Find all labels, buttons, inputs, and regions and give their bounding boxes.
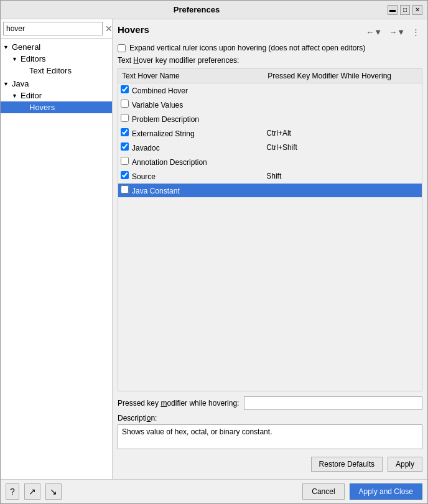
table-cell-key: Shift [264,169,422,184]
search-input[interactable] [3,22,103,35]
title-bar: Preferences ▬ □ ✕ [1,1,427,19]
table-cell-name: Variable Values [118,98,264,112]
row-name-java-constant: Java Constant [132,187,180,195]
table-row[interactable]: Java Constant [118,184,422,198]
table-cell-key [264,112,422,126]
col-header-key: Pressed Key Modifier While Hovering [264,69,422,83]
expand-icon-hovers [21,105,29,111]
modifier-row: Pressed key modifier while hovering: [118,396,422,410]
table-cell-key [264,184,422,198]
sidebar-item-text-editors[interactable]: Text Editors [1,65,112,77]
close-button[interactable]: ✕ [412,5,422,15]
preferences-window: Preferences ▬ □ ✕ ✕ ▼ General ▼ [0,0,428,504]
export-preferences-button[interactable]: ↗ [24,483,40,500]
modifier-label: Pressed key modifier while hovering: [118,399,239,408]
hover-key-text: Text Hover key modifier preferences: [118,56,422,65]
table-cell-name: Externalized String [118,126,264,141]
col-header-name: Text Hover Name [118,69,264,83]
help-button[interactable]: ? [6,483,19,500]
row-checkbox-source[interactable] [121,171,129,179]
panel-header-row: Hovers ←▼ →▼ ⋮ [118,24,422,40]
maximize-button[interactable]: □ [400,5,410,15]
expand-icon-text-editors [21,68,29,74]
table-cell-name: Javadoc [118,141,264,155]
panel-title: Hovers [118,24,149,35]
table-cell-name: Annotation Description [118,155,264,169]
row-checkbox-combined[interactable] [121,85,129,93]
row-name-source: Source [132,172,156,181]
expand-ruler-checkbox[interactable] [118,44,126,52]
bottom-buttons: Restore Defaults Apply [118,454,422,474]
expand-icon-editor: ▼ [12,93,21,99]
expand-icon-general: ▼ [3,44,12,50]
sidebar-item-java[interactable]: ▼ Java [1,78,112,90]
title-bar-buttons: ▬ □ ✕ [388,5,422,15]
table-cell-key [264,83,422,98]
table-cell-key: Ctrl+Shift [264,141,422,155]
row-name-problem: Problem Description [132,115,199,124]
table-cell-name: Source [118,169,264,184]
table-row[interactable]: JavadocCtrl+Shift [118,141,422,155]
table-row[interactable]: Problem Description [118,112,422,126]
row-checkbox-variable[interactable] [121,100,129,108]
table-cell-name: Java Constant [118,184,264,198]
expand-icon-editors: ▼ [12,56,21,62]
row-name-externalized: Externalized String [132,129,195,138]
sidebar-item-editors[interactable]: ▼ Editors [1,53,112,65]
sidebar-item-hovers[interactable]: Hovers [1,101,112,113]
right-panel: Hovers ←▼ →▼ ⋮ Expand vertical ruler ico… [113,19,427,479]
table-cell-key: Ctrl+Alt [264,126,422,141]
row-checkbox-externalized[interactable] [121,128,129,136]
hover-table: Text Hover Name Pressed Key Modifier Whi… [118,69,422,198]
table-cell-name: Combined Hover [118,83,264,98]
table-row[interactable]: Variable Values [118,98,422,112]
table-cell-key [264,155,422,169]
sidebar-item-label-editors: Editors [21,54,45,63]
row-name-annotation: Annotation Description [132,158,207,167]
table-cell-name: Problem Description [118,112,264,126]
row-checkbox-annotation[interactable] [121,157,129,165]
tree: ▼ General ▼ Editors Text Editors ▼ Java [1,39,112,479]
row-name-combined: Combined Hover [132,86,188,95]
back-button[interactable]: ←▼ [363,26,384,39]
row-checkbox-javadoc[interactable] [121,142,129,151]
sidebar-item-label-text-editors: Text Editors [29,66,72,75]
import-preferences-button[interactable]: ↘ [45,483,62,500]
table-row[interactable]: Externalized StringCtrl+Alt [118,126,422,141]
sidebar-item-label-editor: Editor [21,91,42,100]
more-button[interactable]: ⋮ [409,26,422,39]
hover-table-wrapper[interactable]: Text Hover Name Pressed Key Modifier Whi… [118,68,422,391]
cancel-button[interactable]: Cancel [302,483,344,500]
table-row[interactable]: Annotation Description [118,155,422,169]
footer-right: Cancel Apply and Close [302,483,422,500]
sidebar-item-general[interactable]: ▼ General [1,41,112,53]
panel-header-icons: ←▼ →▼ ⋮ [363,26,422,39]
minimize-button[interactable]: ▬ [388,5,398,15]
sidebar-item-editor[interactable]: ▼ Editor [1,90,112,101]
restore-defaults-button[interactable]: Restore Defaults [311,457,383,472]
sidebar-item-label-hovers: Hovers [29,103,55,112]
sidebar: ✕ ▼ General ▼ Editors Text Editors [1,19,113,479]
apply-and-close-button[interactable]: Apply and Close [350,483,422,500]
expand-icon-java: ▼ [3,81,12,87]
table-row[interactable]: SourceShift [118,169,422,184]
table-row[interactable]: Combined Hover [118,83,422,98]
expand-ruler-label: Expand vertical ruler icons upon hoverin… [129,44,365,52]
apply-button[interactable]: Apply [388,457,422,472]
expand-ruler-row: Expand vertical ruler icons upon hoverin… [118,44,422,52]
table-cell-key [264,98,422,112]
row-name-javadoc: Javadoc [132,144,160,152]
footer-left: ? ↗ ↘ [6,483,62,500]
search-bar: ✕ [1,19,112,39]
row-name-variable: Variable Values [132,101,183,110]
sidebar-item-label-general: General [12,42,40,52]
row-checkbox-problem[interactable] [121,114,129,122]
sidebar-item-label-java: Java [12,79,29,88]
description-section: Description: Shows value of hex, octal, … [118,414,422,449]
row-checkbox-java-constant[interactable] [121,185,129,194]
description-label: Description: [118,414,422,422]
forward-button[interactable]: →▼ [386,26,407,39]
modifier-input[interactable] [244,396,422,410]
description-box: Shows value of hex, octal, or binary con… [118,424,422,449]
window-title: Preferences [6,5,388,14]
